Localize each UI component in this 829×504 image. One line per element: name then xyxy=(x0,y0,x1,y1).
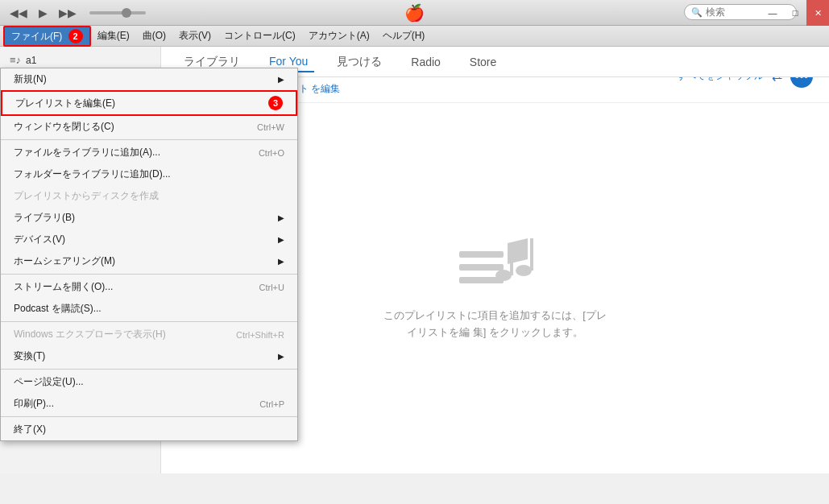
menu-item-new[interactable]: 新規(N) ▶ xyxy=(1,68,297,90)
menu-help[interactable]: ヘルプ(H) xyxy=(376,27,432,44)
submenu-arrow: ▶ xyxy=(278,75,284,84)
menu-item-library[interactable]: ライブラリ(B) ▶ xyxy=(1,207,297,229)
menu-file[interactable]: ファイル(F) 2 xyxy=(3,26,91,47)
rewind-button[interactable]: ◀◀ xyxy=(6,5,31,21)
svg-rect-1 xyxy=(459,264,504,271)
maximize-button[interactable]: □ xyxy=(784,0,806,26)
file-dropdown-menu: 新規(N) ▶ プレイリストを編集(E) 3 ウィンドウを閉じる(C) Ctrl… xyxy=(0,68,298,441)
close-button[interactable]: ✕ xyxy=(806,0,829,26)
minimize-button[interactable]: — xyxy=(761,0,784,26)
menu-item-home-sharing[interactable]: ホームシェアリング(M) ▶ xyxy=(1,250,297,272)
svg-point-3 xyxy=(495,270,512,281)
separator-2 xyxy=(1,274,297,275)
empty-text: このプレイリストに項目を追加するには、[プレイリストを編 集] をクリックします… xyxy=(383,308,608,341)
playlist-icon-a1: ≡♪ xyxy=(10,54,21,66)
menubar: ファイル(F) 2 編集(E) 曲(O) 表示(V) コントロール(C) アカウ… xyxy=(0,26,829,47)
step-badge-2: 2 xyxy=(68,29,83,43)
menu-item-explorer: Windows エクスプローラで表示(H) Ctrl+Shift+R xyxy=(1,324,297,345)
svg-rect-0 xyxy=(459,251,504,258)
step-badge-3: 3 xyxy=(268,96,283,110)
menu-item-exit[interactable]: 終了(X) xyxy=(1,419,297,440)
menu-account[interactable]: アカウント(A) xyxy=(302,27,376,44)
forward-button[interactable]: ▶▶ xyxy=(56,5,80,21)
svg-point-4 xyxy=(516,265,532,276)
menu-item-add-folder[interactable]: フォルダーをライブラリに追加(D)... xyxy=(1,163,297,185)
transport-controls: ◀◀ ▶ ▶▶ xyxy=(6,5,151,21)
menu-item-devices[interactable]: デバイス(V) ▶ xyxy=(1,229,297,250)
menu-song[interactable]: 曲(O) xyxy=(136,27,172,44)
separator-5 xyxy=(1,416,297,417)
titlebar: ◀◀ ▶ ▶▶ 🍎 🔍 — □ ✕ xyxy=(0,0,829,26)
menu-item-page-setup[interactable]: ページ設定(U)... xyxy=(1,371,297,393)
volume-thumb[interactable] xyxy=(122,8,131,18)
separator-1 xyxy=(1,139,297,140)
shortcut-add-file: Ctrl+O xyxy=(259,148,284,158)
volume-slider[interactable] xyxy=(89,11,146,14)
menu-item-convert[interactable]: 変換(T) ▶ xyxy=(1,345,297,367)
play-button[interactable]: ▶ xyxy=(35,5,51,21)
menu-control[interactable]: コントロール(C) xyxy=(218,27,302,44)
tab-store[interactable]: Store xyxy=(463,52,503,72)
window-controls: — □ ✕ xyxy=(761,0,829,26)
menu-item-add-file[interactable]: ファイルをライブラリに追加(A)... Ctrl+O xyxy=(1,142,297,163)
menu-edit[interactable]: 編集(E) xyxy=(91,27,136,44)
search-icon: 🔍 xyxy=(691,7,703,18)
menu-item-create-disc: プレイリストからディスクを作成 xyxy=(1,185,297,207)
menu-item-podcast[interactable]: Podcast を購読(S)... xyxy=(1,298,297,320)
menu-item-close-window[interactable]: ウィンドウを閉じる(C) Ctrl+W xyxy=(1,116,297,138)
music-note-icon xyxy=(455,235,536,308)
menu-item-print[interactable]: 印刷(P)... Ctrl+P xyxy=(1,393,297,415)
apple-logo: 🍎 xyxy=(404,3,425,23)
separator-3 xyxy=(1,321,297,322)
tab-discover[interactable]: 見つける xyxy=(330,52,388,72)
menu-item-open-stream[interactable]: ストリームを開く(O)... Ctrl+U xyxy=(1,276,297,298)
separator-4 xyxy=(1,369,297,370)
menu-view[interactable]: 表示(V) xyxy=(172,27,218,44)
tab-radio[interactable]: Radio xyxy=(404,52,447,72)
shortcut-close: Ctrl+W xyxy=(257,122,284,132)
menu-item-edit-playlist[interactable]: プレイリストを編集(E) 3 xyxy=(1,90,297,116)
